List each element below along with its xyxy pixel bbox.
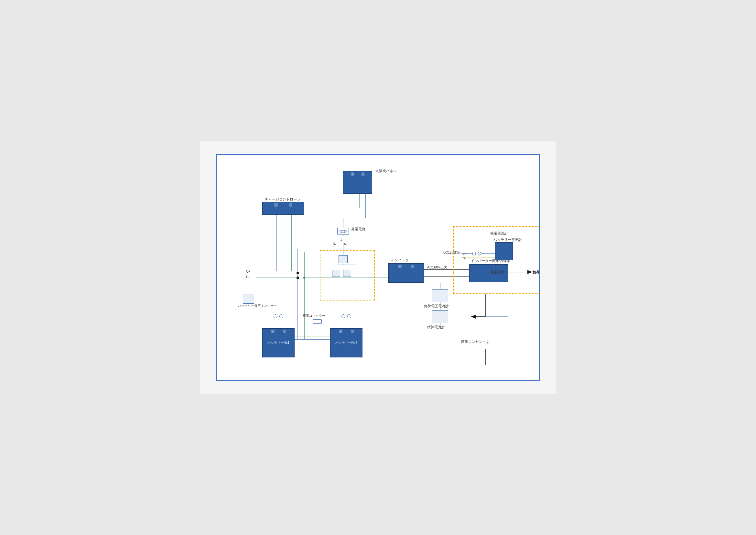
cc-terminals: + -	[262, 203, 304, 207]
gen-current-right-label: 発電電流	[490, 270, 504, 275]
inverter-label: インバーター	[391, 258, 412, 263]
inverter-box: + -	[388, 263, 424, 283]
switch-circle-1	[274, 314, 278, 318]
battery1-box: + - バッテリーNo1	[262, 328, 295, 357]
switch-circle-2	[279, 314, 283, 318]
charging-connector-shape	[313, 319, 322, 324]
svg-point-42	[303, 277, 305, 279]
solar-panel-box: + -	[343, 171, 372, 194]
a-plus-label: A+	[344, 242, 348, 246]
b-minus-label: B-	[333, 242, 336, 246]
charging-connector-label: 充電コネクター	[303, 313, 325, 318]
d-minus-label: D-	[246, 275, 250, 279]
dc12v-c-plus: C+	[463, 252, 467, 255]
bat1-plus: +	[271, 330, 275, 333]
voltage-meter-label: バッテリー電圧計	[494, 238, 522, 242]
bat2-plus: +	[339, 330, 342, 333]
diagram-inner: + - 太陽光パネル + - チャージコントローラ	[217, 155, 539, 380]
cc-minus: -	[289, 203, 292, 207]
bat1-label: バッテリーNo1	[262, 341, 294, 345]
battery-voltage-indicator-box	[243, 294, 254, 304]
gen-current-arrow: ↓	[340, 237, 342, 242]
c-plus-label: C+	[246, 270, 250, 273]
solar-plus: +	[351, 172, 354, 176]
bat1-terminals: + -	[262, 330, 294, 333]
energy-meter-label: 積算電力計	[427, 325, 445, 330]
energy-meter-box	[432, 310, 448, 323]
page: + - 太陽光パネル + - チャージコントローラ	[200, 141, 556, 394]
meter-box-2	[332, 270, 340, 277]
bat2-label: バッテリーNo2	[331, 341, 362, 345]
charge-controller-label: チャージコントローラ	[265, 197, 300, 202]
gen-current-label: 発電電流	[351, 227, 365, 232]
svg-marker-14	[471, 315, 476, 319]
right-measurement-box	[453, 226, 539, 294]
b-minus-right: B-	[506, 263, 509, 267]
power-gen-label: 発電電流計	[490, 231, 508, 236]
svg-point-41	[297, 276, 299, 279]
a-plus-right: A+	[495, 263, 499, 267]
load-meter-box	[432, 289, 448, 302]
load-meter-label: 負荷電圧電流計	[424, 304, 449, 309]
charge-controller-box: + -	[262, 202, 304, 215]
switch-circle-3	[341, 314, 345, 318]
commercial-from-label: 商用コンセントよ	[461, 339, 490, 344]
solar-terminals: + -	[343, 172, 372, 176]
bat2-terminals: + -	[331, 330, 362, 333]
voltage-meter-box	[495, 242, 513, 260]
svg-rect-43	[340, 230, 346, 232]
dc12v-label: DC12V電源	[443, 250, 460, 255]
battery-voltage-indicator-label: バッテリー電圧インジケー	[238, 304, 277, 308]
diagram-border: + - 太陽光パネル + - チャージコントローラ	[216, 154, 540, 381]
bat1-minus: -	[283, 330, 286, 333]
svg-point-40	[297, 272, 299, 274]
meter-box-1	[338, 255, 348, 263]
bat2-minus: -	[351, 330, 354, 333]
solar-panel-label: 太陽光パネル	[375, 169, 397, 173]
ac100v-label: AC100V出力	[427, 265, 447, 270]
meter-box-3	[343, 270, 351, 277]
battery2-box: + - バッテリーNo2	[330, 328, 363, 357]
dc12v-d-minus: D-	[463, 257, 466, 260]
inv-terminals: + -	[389, 265, 423, 268]
switch-circle-4	[347, 314, 351, 318]
inv-minus: -	[411, 265, 414, 268]
gen-current-indicator	[337, 228, 349, 235]
solar-minus: -	[362, 172, 364, 176]
cc-plus: +	[274, 203, 278, 207]
inv-plus: +	[398, 265, 402, 268]
